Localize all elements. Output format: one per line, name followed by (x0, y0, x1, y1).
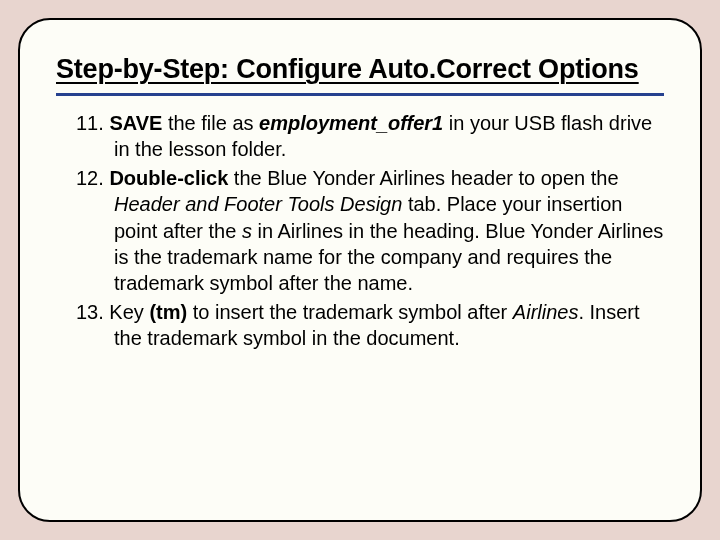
step-text: employment_offer1 (259, 112, 443, 134)
step-11: 11. SAVE the file as employment_offer1 i… (56, 110, 664, 163)
content-panel: Step-by-Step: Configure Auto.Correct Opt… (18, 18, 702, 522)
step-text: to insert the trademark symbol after (187, 301, 513, 323)
step-text: Header and Footer Tools Design (114, 193, 402, 215)
step-text: Double-click (109, 167, 228, 189)
page-title: Step-by-Step: Configure Auto.Correct Opt… (56, 54, 664, 85)
slide: Step-by-Step: Configure Auto.Correct Opt… (0, 0, 720, 540)
step-text: s (242, 220, 252, 242)
step-13: 13. Key (tm) to insert the trademark sym… (56, 299, 664, 352)
step-number: 11. (76, 112, 104, 134)
title-divider (56, 93, 664, 96)
step-list: 11. SAVE the file as employment_offer1 i… (56, 110, 664, 352)
step-number: 12. (76, 167, 104, 189)
step-text: (tm) (149, 301, 187, 323)
step-text: the file as (162, 112, 259, 134)
step-number: 13. (76, 301, 104, 323)
step-text: the Blue Yonder Airlines header to open … (228, 167, 618, 189)
step-12: 12. Double-click the Blue Yonder Airline… (56, 165, 664, 297)
step-text: Airlines (513, 301, 579, 323)
step-text: SAVE (109, 112, 162, 134)
step-text: Key (104, 301, 150, 323)
